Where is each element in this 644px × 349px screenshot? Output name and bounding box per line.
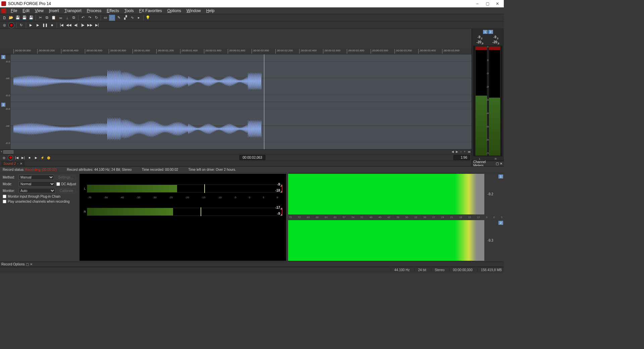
arm-button[interactable]: ◎ (1, 22, 7, 28)
menu-transport[interactable]: Transport (62, 8, 84, 14)
scroll-right-icon[interactable]: ▶ (456, 150, 458, 153)
record-button[interactable] (8, 22, 14, 28)
horizontal-scrollbar[interactable]: + – ◀ ▶ – + ◂▸ (0, 149, 472, 154)
app-menu-icon[interactable] (1, 8, 6, 13)
mini-arm-button[interactable]: ◎ (1, 155, 7, 160)
copy-button[interactable]: ⧉ (44, 15, 50, 21)
meters-close-icon[interactable]: ✕ (500, 162, 502, 165)
mini-record-button[interactable] (8, 155, 13, 160)
menu-fx-favorites[interactable]: FX Favorites (137, 8, 165, 14)
dc-adjust-label: DC Adjust (61, 182, 76, 186)
menu-insert[interactable]: Insert (46, 8, 62, 14)
menu-tools[interactable]: Tools (122, 8, 137, 14)
new-button[interactable]: 🗋 (1, 15, 7, 21)
settings-button: Settings... (55, 175, 76, 180)
record-tab-dock-icon[interactable]: ▢ (26, 262, 29, 266)
zoom-out-icon[interactable]: – (460, 150, 462, 153)
mini-fx-button[interactable]: ⬤ (46, 155, 51, 160)
spectrum-1[interactable] (288, 174, 484, 214)
menu-file[interactable]: File (8, 8, 20, 14)
dc-adjust-checkbox[interactable] (56, 182, 60, 186)
crop-button[interactable]: ⧉ (71, 15, 77, 21)
waveform-container[interactable]: 1 -6.0 -Inf. -6.0 2 -6.0 -Inf. -6.0 (0, 54, 472, 149)
method-label: Method: (3, 176, 17, 179)
save-as-button[interactable]: 💾 (21, 15, 28, 21)
wave-canvas-2[interactable] (11, 102, 472, 149)
play-unselected-label: Play unselected channels when recording (8, 200, 70, 203)
paste-button[interactable]: 📋 (51, 15, 57, 21)
go-start-button[interactable]: |◀ (59, 22, 65, 28)
tool-edit[interactable]: ▭ (102, 15, 108, 21)
doc-tab-close-icon[interactable]: ✕ (20, 162, 22, 165)
document-tabs: Sound 2 ◦ ✕ (0, 161, 472, 166)
editor-area: ,00:00:00.000,00:00:00.200,00:00:00.400,… (0, 29, 472, 166)
peak-bar-L[interactable] (87, 185, 283, 193)
forward-button[interactable]: ▶▶ (87, 22, 93, 28)
menu-effects[interactable]: Effects (104, 8, 121, 14)
mini-script-button[interactable]: ⚡ (40, 155, 45, 160)
monitor-select[interactable]: Auto (19, 188, 55, 193)
maximize-button[interactable]: ▢ (482, 1, 492, 6)
meters-dock-icon[interactable]: ▢ (496, 162, 499, 165)
open-button[interactable]: 📂 (8, 15, 14, 21)
help-button[interactable]: 💡 (145, 15, 151, 21)
cut-button[interactable]: ✂ (37, 15, 43, 21)
trim-button[interactable]: ⟂ (64, 15, 70, 21)
mini-go-start-button[interactable]: |◀ (14, 155, 19, 160)
zoom-in-icon[interactable]: + (464, 150, 466, 153)
play-button[interactable]: ▶ (28, 22, 34, 28)
menu-process[interactable]: Process (84, 8, 104, 14)
redo-button[interactable]: ↷ (87, 15, 93, 21)
meter-peak-2: -9.3 (493, 35, 498, 40)
tool-scrub[interactable]: ▸ (136, 15, 142, 21)
channel-meters-title: Channel Meters (473, 160, 496, 166)
track-2: 2 -6.0 -Inf. -6.0 (0, 102, 472, 150)
minimize-button[interactable]: – (472, 1, 482, 6)
pause-button[interactable]: ❚❚ (42, 22, 48, 28)
mini-stop-button[interactable]: ■ (27, 155, 32, 160)
wave-canvas-1[interactable] (11, 54, 472, 102)
mini-play-button[interactable]: ▶ (33, 155, 39, 160)
playback-cursor[interactable] (264, 54, 264, 149)
repeat-button[interactable]: ↻ (93, 15, 99, 21)
rewind-button[interactable]: ◀◀ (66, 22, 72, 28)
doc-tab[interactable]: Sound 2 ◦ ✕ (1, 161, 24, 166)
tool-magnify[interactable]: ⬚ (109, 15, 115, 21)
mix-button[interactable]: ⫘ (57, 15, 63, 21)
doc-tab-pin-icon[interactable]: ◦ (17, 162, 18, 165)
stop-button[interactable]: ■ (49, 22, 55, 28)
save-all-button[interactable]: 💾 (28, 15, 34, 21)
menu-options[interactable]: Options (165, 8, 184, 14)
tool-pencil[interactable]: ✎ (116, 15, 122, 21)
menu-window[interactable]: Window (184, 8, 204, 14)
scroll-left-icon[interactable]: ◀ (451, 150, 454, 153)
spectrum-2[interactable] (288, 220, 484, 261)
prev-button[interactable]: ◀| (73, 22, 79, 28)
tool-envelope[interactable]: ∿ (129, 15, 135, 21)
scrollbar-thumb[interactable] (3, 150, 13, 154)
mini-go-end-button[interactable]: ▶| (20, 155, 26, 160)
loop-button[interactable]: ↻ (18, 22, 24, 28)
play-unselected-checkbox[interactable] (3, 200, 6, 203)
time-recorded-value: 00:00:02 (165, 168, 178, 171)
tool-event[interactable]: ▞ (122, 15, 128, 21)
play-all-button[interactable]: ▶ (35, 22, 41, 28)
next-button[interactable]: |▶ (80, 22, 86, 28)
channel-meters-panel: 1 2 -9.2 -9.3 -20.0 -20.0 90-10-20-30-40… (472, 29, 504, 166)
peak-bar-R[interactable] (87, 208, 283, 216)
record-tab-close-icon[interactable]: ✕ (30, 262, 33, 266)
menu-help[interactable]: Help (204, 8, 217, 14)
method-select[interactable]: Manual (19, 174, 54, 180)
menu-view[interactable]: View (32, 8, 46, 14)
close-button[interactable]: ✕ (492, 1, 502, 6)
meter-bars[interactable]: 90-10-20-30-40-50-60-70 (473, 46, 502, 156)
monitor-plugin-checkbox[interactable] (3, 195, 6, 198)
save-button[interactable]: 💾 (15, 15, 21, 21)
undo-button[interactable]: ↶ (80, 15, 86, 21)
zoom-fit-icon[interactable]: ◂▸ (468, 150, 471, 153)
status-memory: 158.419,8 MB (477, 268, 502, 272)
mode-select[interactable]: Normal (19, 181, 55, 187)
time-ruler[interactable]: ,00:00:00.000,00:00:00.200,00:00:00.400,… (0, 48, 472, 54)
menu-edit[interactable]: Edit (20, 8, 32, 14)
go-end-button[interactable]: ▶| (94, 22, 100, 28)
